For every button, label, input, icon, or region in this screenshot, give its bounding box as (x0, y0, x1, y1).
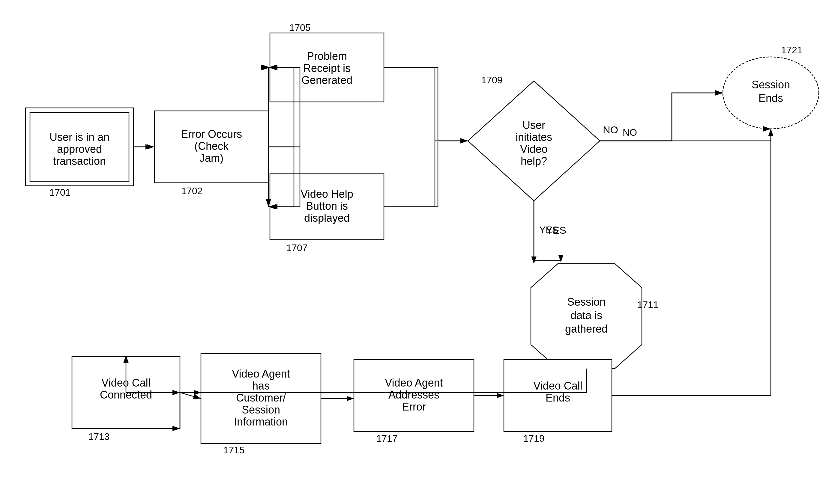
arr-1719-1721 (612, 129, 771, 396)
arr-to-1707 (269, 147, 294, 207)
arr-no (600, 93, 722, 141)
flowchart-diagram: User is in an approved transaction 1701 … (0, 0, 820, 504)
line-1707-right (384, 141, 438, 207)
line-1705-right (384, 67, 438, 140)
no-label: NO (603, 124, 618, 135)
arr-1711-1713 (126, 356, 586, 393)
arr-to-1705 (269, 67, 294, 147)
yes-label: YES (546, 224, 566, 236)
